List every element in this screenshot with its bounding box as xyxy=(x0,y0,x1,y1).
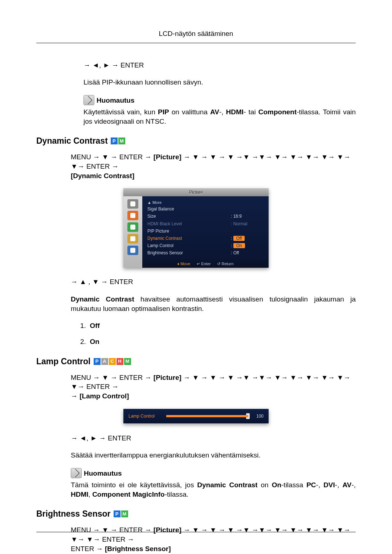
section-title-text: Brightness Sensor xyxy=(36,508,111,520)
slider-thumb-icon[interactable] xyxy=(246,413,250,419)
mode-tags-pm: PM xyxy=(111,138,125,144)
lc-bracket: [Lamp Control] xyxy=(79,392,129,400)
dvi: DVI xyxy=(323,481,335,489)
av: AV xyxy=(342,481,351,489)
list-item: 2. On xyxy=(80,337,356,346)
section-dynamic-contrast: Dynamic Contrast PM xyxy=(36,135,356,147)
sidebar-icon xyxy=(127,222,138,232)
v: Off xyxy=(233,236,245,241)
mode-tags-pachm: PACHM xyxy=(94,358,131,365)
sidebar-icon xyxy=(127,211,138,220)
osd-row[interactable]: Size: 16:9 xyxy=(147,213,264,220)
enter-line: → ◄, ► → ENTER xyxy=(83,61,356,70)
t: -tilassa xyxy=(281,481,306,489)
hdmi: HDMI xyxy=(226,108,244,116)
osd-row-selected[interactable]: Dynamic Contrast: Off xyxy=(147,235,264,242)
bs-bracket: [Brightness Sensor] xyxy=(105,545,171,553)
enter-line: → ◄, ► → ENTER xyxy=(71,434,356,443)
l: Sigal Balance xyxy=(147,206,174,212)
enter-line: → ▲ , ▼ → ENTER xyxy=(71,277,356,287)
list-item: 1. Off xyxy=(80,321,356,331)
note-label: Huomautus xyxy=(97,96,135,105)
t: on xyxy=(258,481,272,489)
osd-title: Picture xyxy=(123,188,269,196)
t: Tämä toiminto ei ole käytettävissä, jos xyxy=(71,481,197,489)
t: Move xyxy=(180,262,190,266)
menu-path: MENU → ▼ → ENTER → [Picture] → ▼ → ▼ → ▼… xyxy=(71,152,356,180)
osd-slider[interactable] xyxy=(166,415,248,417)
off: Off xyxy=(90,322,99,329)
l: Lamp Control xyxy=(147,243,173,249)
note-label: Huomautus xyxy=(84,469,122,478)
footer-rule xyxy=(36,532,356,532)
sidebar-icon xyxy=(127,234,138,243)
section-lamp-control: Lamp Control PACHM xyxy=(36,356,356,367)
osd-footer: ♦ Move ↵ Enter ↺ Return xyxy=(142,260,269,268)
t: -tilassa. xyxy=(165,491,188,498)
intro-line: Lisää PIP-ikkunaan luonnollisen sävyn. xyxy=(83,78,356,87)
note-header: Huomautus xyxy=(83,95,356,105)
v: : Normal xyxy=(231,221,264,227)
on: On xyxy=(90,338,99,345)
option-list: 1. Off 2. On xyxy=(71,321,356,346)
mi: MagicInfo xyxy=(132,491,165,498)
osd-row[interactable]: PIP Picture xyxy=(147,227,264,235)
l: HDMI Black Level xyxy=(147,221,182,227)
t: Return xyxy=(221,262,233,266)
picture-bracket: [Picture] xyxy=(154,153,181,161)
t: on valittuna xyxy=(169,108,210,116)
component: Component xyxy=(258,108,297,116)
osd-row[interactable]: Lamp Control: On xyxy=(147,242,264,249)
osd-sidebar xyxy=(123,196,142,268)
l: Brightness Sensor xyxy=(147,250,183,256)
osd-value: 100 xyxy=(253,413,264,419)
note-header: Huomautus xyxy=(71,468,356,478)
t: MENU → ▼ → ENTER → xyxy=(71,153,154,161)
osd-label: Lamp Control xyxy=(128,413,161,419)
menu-path: MENU → ▼ → ENTER → [Picture] → ▼ → ▼ → ▼… xyxy=(71,373,356,401)
av: AV xyxy=(210,108,219,116)
picture-bracket: [Picture] xyxy=(154,526,181,534)
note-body: Käytettävissä vain, kun PIP on valittuna… xyxy=(83,107,356,126)
lamp-note-body: Tämä toiminto ei ole käytettävissä, jos … xyxy=(71,480,356,499)
picture-bracket: [Picture] xyxy=(154,374,181,381)
l: PIP Picture xyxy=(147,228,169,234)
l: Size xyxy=(147,213,156,219)
t: MENU → ▼ → ENTER → xyxy=(71,374,154,381)
section-title-text: Dynamic Contrast xyxy=(36,135,108,147)
v: : Off xyxy=(231,250,264,256)
t: Käytettävissä vain, kun xyxy=(83,108,158,116)
sidebar-icon xyxy=(127,246,138,255)
comp: Component xyxy=(92,491,131,498)
v xyxy=(231,228,264,234)
dc-name: Dynamic Contrast xyxy=(71,295,134,303)
osd-row[interactable]: Brightness Sensor: Off xyxy=(147,249,264,257)
v: On xyxy=(233,243,245,248)
menu-path: MENU → ▼ → ENTER → [Picture] → ▼ → ▼ → ▼… xyxy=(71,525,356,553)
on: On xyxy=(272,481,281,489)
dc-bracket: [Dynamic Contrast] xyxy=(71,172,134,180)
section-title-text: Lamp Control xyxy=(36,356,91,367)
osd-lamp-control: Lamp Control 100 xyxy=(123,409,269,423)
v: : 16:9 xyxy=(231,213,264,219)
osd-picture-menu: Picture ▲ More Sigal Balance Size: 16:9 … xyxy=(123,188,269,268)
t: - tai xyxy=(244,108,258,116)
osd-row: HDMI Black Level: Normal xyxy=(147,220,264,227)
hdmi: HDMI xyxy=(71,491,89,498)
t: Enter xyxy=(201,262,211,266)
v xyxy=(231,206,264,212)
lamp-description: Säätää invertterilamppua energiankulutuk… xyxy=(71,451,356,460)
dc: Dynamic Contrast xyxy=(197,481,257,489)
pc: PC xyxy=(306,481,316,489)
note-icon xyxy=(83,95,94,105)
page: LCD-näytön säätäminen → ◄, ► → ENTER Lis… xyxy=(0,0,392,554)
sidebar-icon xyxy=(127,199,138,209)
t: MENU → ▼ → ENTER → xyxy=(71,526,154,534)
note-icon xyxy=(71,468,82,478)
dc-description: Dynamic Contrast havaitsee automaattises… xyxy=(71,295,356,313)
osd-row[interactable]: Sigal Balance xyxy=(147,205,264,213)
l: Dynamic Contrast xyxy=(147,235,182,241)
section-brightness-sensor: Brightness Sensor PM xyxy=(36,508,356,520)
pip: PIP xyxy=(158,108,169,116)
page-title: LCD-näytön säätäminen xyxy=(36,29,356,43)
